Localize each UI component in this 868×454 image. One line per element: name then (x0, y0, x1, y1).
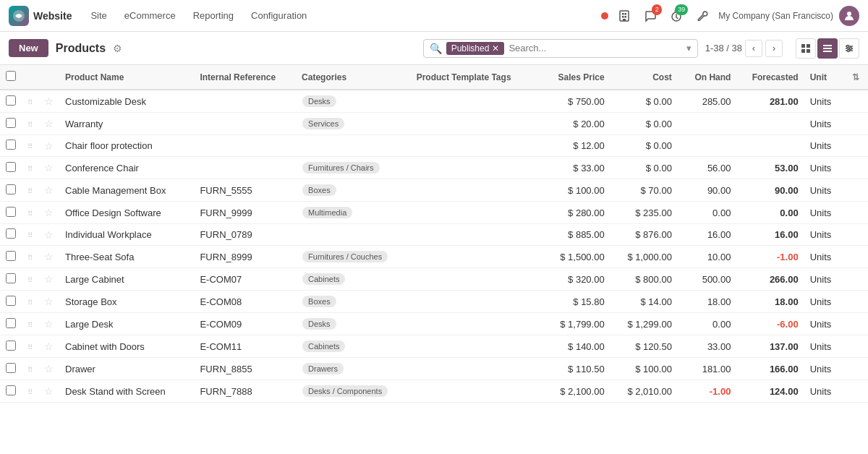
favorite-icon[interactable]: ☆ (44, 95, 54, 107)
table-row[interactable]: ⠿ ☆ Three-Seat Sofa FURN_8999 Furnitures… (0, 246, 868, 268)
select-all-checkbox[interactable] (6, 71, 16, 81)
drag-handle-icon[interactable]: ⠿ (27, 321, 33, 329)
col-settings-icon[interactable]: ⇅ (852, 72, 859, 82)
row-checkbox[interactable] (6, 207, 16, 217)
row-checkbox[interactable] (6, 296, 16, 306)
prev-page-button[interactable]: ‹ (745, 40, 762, 57)
row-checkbox[interactable] (6, 118, 16, 128)
table-row[interactable]: ⠿ ☆ Large Cabinet E-COM07 Cabinets $ 320… (0, 268, 868, 291)
settings-gear-icon[interactable]: ⚙ (113, 43, 122, 54)
table-row[interactable]: ⠿ ☆ Cable Management Box FURN_5555 Boxes… (0, 179, 868, 202)
favorite-icon[interactable]: ☆ (44, 363, 54, 374)
row-checkbox[interactable] (6, 251, 16, 261)
next-page-button[interactable]: › (765, 40, 783, 57)
row-checkbox[interactable] (6, 340, 16, 351)
search-dropdown-icon[interactable]: ▾ (686, 43, 692, 53)
kanban-view-button[interactable] (796, 38, 816, 59)
nav-site[interactable]: Site (83, 7, 114, 24)
drag-handle-icon[interactable]: ⠿ (27, 187, 33, 195)
row-checkbox[interactable] (6, 363, 16, 373)
product-name-cell[interactable]: Warranty (59, 113, 194, 135)
drag-handle-icon[interactable]: ⠿ (27, 121, 33, 129)
row-checkbox[interactable] (6, 140, 16, 150)
select-all-header[interactable] (0, 65, 22, 90)
col-header-onhand[interactable]: On Hand (678, 65, 737, 90)
favorite-icon[interactable]: ☆ (44, 184, 54, 196)
drag-handle-icon[interactable]: ⠿ (27, 276, 33, 284)
favorite-icon[interactable]: ☆ (44, 340, 54, 352)
drag-handle-icon[interactable]: ⠿ (27, 142, 33, 150)
product-name-cell[interactable]: Storage Box (59, 291, 194, 313)
product-name-cell[interactable]: Cabinet with Doors (59, 335, 194, 358)
product-name-cell[interactable]: Drawer (59, 358, 194, 380)
product-name-cell[interactable]: Cable Management Box (59, 179, 194, 202)
table-row[interactable]: ⠿ ☆ Chair floor protection $ 12.00 $ 0.0… (0, 135, 868, 157)
favorite-icon[interactable]: ☆ (44, 229, 54, 241)
col-header-cost[interactable]: Cost (610, 65, 678, 90)
list-view-button[interactable] (817, 38, 838, 59)
row-checkbox[interactable] (6, 228, 16, 239)
favorite-icon[interactable]: ☆ (44, 318, 54, 330)
favorite-icon[interactable]: ☆ (44, 296, 54, 307)
drag-handle-icon[interactable]: ⠿ (27, 254, 33, 262)
chat-icon[interactable]: 2 (640, 6, 660, 26)
drag-handle-icon[interactable]: ⠿ (27, 388, 33, 396)
product-name-cell[interactable]: Office Design Software (59, 202, 194, 224)
column-settings-button[interactable] (839, 38, 859, 59)
product-name-cell[interactable]: Individual Workplace (59, 224, 194, 246)
favorite-icon[interactable]: ☆ (44, 251, 54, 262)
table-row[interactable]: ⠿ ☆ Desk Stand with Screen FURN_7888 Des… (0, 380, 868, 403)
col-header-ref[interactable]: Internal Reference (194, 65, 296, 90)
favorite-icon[interactable]: ☆ (44, 118, 54, 129)
row-checkbox[interactable] (6, 385, 16, 395)
search-input[interactable] (509, 43, 681, 53)
table-row[interactable]: ⠿ ☆ Warranty Services $ 20.00 $ 0.00 Uni… (0, 113, 868, 135)
drag-handle-icon[interactable]: ⠿ (27, 343, 33, 351)
drag-handle-icon[interactable]: ⠿ (27, 366, 33, 374)
favorite-icon[interactable]: ☆ (44, 273, 54, 285)
table-row[interactable]: ⠿ ☆ Conference Chair Furnitures / Chairs… (0, 157, 868, 179)
app-logo[interactable]: Website (9, 6, 72, 26)
col-header-price[interactable]: Sales Price (535, 65, 610, 90)
published-filter-tag[interactable]: Published ✕ (446, 42, 505, 55)
table-row[interactable]: ⠿ ☆ Customizable Desk Desks $ 750.00 $ 0… (0, 90, 868, 113)
drag-handle-icon[interactable]: ⠿ (27, 98, 33, 106)
drag-handle-icon[interactable]: ⠿ (27, 165, 33, 173)
row-checkbox[interactable] (6, 95, 16, 106)
drag-handle-icon[interactable]: ⠿ (27, 231, 33, 239)
table-row[interactable]: ⠿ ☆ Office Design Software FURN_9999 Mul… (0, 202, 868, 224)
favorite-icon[interactable]: ☆ (44, 207, 54, 218)
table-row[interactable]: ⠿ ☆ Individual Workplace FURN_0789 $ 885… (0, 224, 868, 246)
building-icon[interactable] (614, 6, 634, 26)
product-name-cell[interactable]: Desk Stand with Screen (59, 380, 194, 403)
drag-handle-icon[interactable]: ⠿ (27, 299, 33, 307)
table-row[interactable]: ⠿ ☆ Drawer FURN_8855 Drawers $ 110.50 $ … (0, 358, 868, 380)
new-button[interactable]: New (9, 39, 48, 57)
favorite-icon[interactable]: ☆ (44, 162, 54, 174)
col-header-forecast[interactable]: Forecasted (736, 65, 804, 90)
nav-configuration[interactable]: Configuration (244, 7, 314, 24)
product-name-cell[interactable]: Three-Seat Sofa (59, 246, 194, 268)
row-checkbox[interactable] (6, 184, 16, 194)
favorite-icon[interactable]: ☆ (44, 140, 54, 152)
wrench-icon[interactable] (692, 6, 712, 26)
table-row[interactable]: ⠿ ☆ Cabinet with Doors E-COM11 Cabinets … (0, 335, 868, 358)
filter-close-icon[interactable]: ✕ (492, 43, 499, 53)
table-row[interactable]: ⠿ ☆ Large Desk E-COM09 Desks $ 1,799.00 … (0, 313, 868, 335)
col-header-name[interactable]: Product Name (59, 65, 194, 90)
nav-reporting[interactable]: Reporting (186, 7, 241, 24)
col-header-unit[interactable]: Unit (804, 65, 846, 90)
row-checkbox[interactable] (6, 318, 16, 328)
product-name-cell[interactable]: Large Desk (59, 313, 194, 335)
row-checkbox[interactable] (6, 273, 16, 283)
favorite-icon[interactable]: ☆ (44, 385, 54, 397)
nav-ecommerce[interactable]: eCommerce (117, 7, 183, 24)
col-header-tags[interactable]: Product Template Tags (411, 65, 535, 90)
product-name-cell[interactable]: Large Cabinet (59, 268, 194, 291)
row-checkbox[interactable] (6, 162, 16, 172)
product-name-cell[interactable]: Chair floor protection (59, 135, 194, 157)
col-header-categories[interactable]: Categories (296, 65, 411, 90)
table-row[interactable]: ⠿ ☆ Storage Box E-COM08 Boxes $ 15.80 $ … (0, 291, 868, 313)
avatar[interactable] (839, 6, 859, 26)
timer-icon[interactable]: 39 (666, 6, 686, 26)
